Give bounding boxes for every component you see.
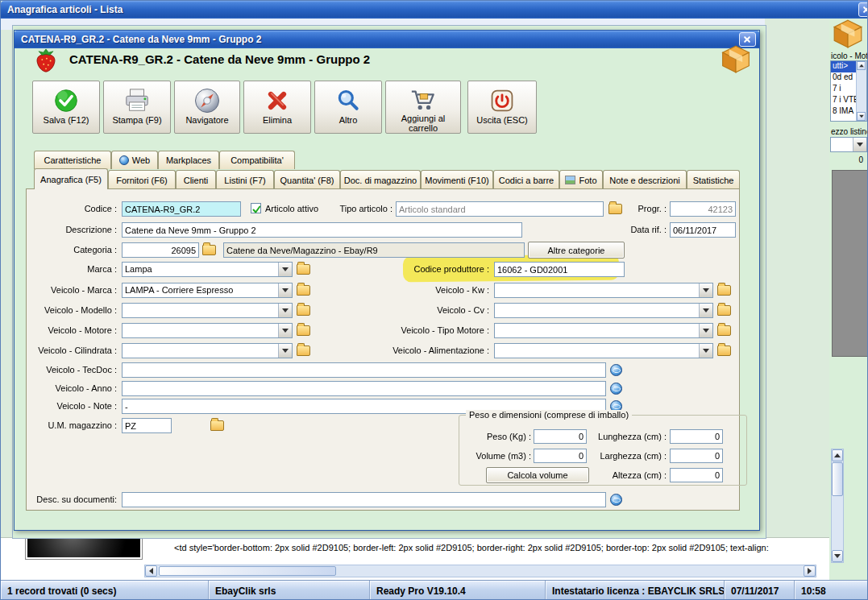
codice-produttore-input[interactable] (494, 262, 625, 277)
tab-anagrafica[interactable]: Anagrafica (F5) (34, 168, 108, 189)
tab-web[interactable]: Web (111, 151, 158, 169)
right-vertical-scrollbar[interactable] (831, 449, 844, 563)
tab-movimenti[interactable]: Movimenti (F10) (421, 170, 493, 189)
globe-icon[interactable] (610, 383, 622, 395)
globe-icon[interactable] (610, 494, 622, 506)
veicolo-cilindrata-dropdown[interactable] (122, 343, 293, 358)
tab-markplaces[interactable]: Markplaces (158, 151, 219, 169)
folder-icon[interactable] (717, 285, 731, 296)
tab-fornitori[interactable]: Fornitori (F6) (108, 170, 176, 189)
exit-button[interactable]: Uscita (ESC) (467, 81, 537, 134)
tab-statistiche[interactable]: Statistiche (687, 170, 740, 189)
folder-icon[interactable] (297, 285, 310, 296)
dropdown-arrow-icon[interactable] (278, 324, 292, 337)
desc-documenti-input[interactable] (122, 492, 606, 507)
altezza-input[interactable] (670, 468, 723, 482)
folder-icon[interactable] (717, 305, 731, 316)
tab-compatibilita[interactable]: Compatibilita' (219, 151, 295, 169)
veicolo-cv-dropdown[interactable] (494, 303, 713, 318)
calcola-volume-button[interactable]: Calcola volume (486, 467, 589, 483)
descrizione-input[interactable] (122, 222, 522, 238)
dialog-titlebar: CATENA-R9_GR.2 - Catene da Neve 9mm - Gr… (15, 31, 759, 48)
tab-foto[interactable]: Foto (559, 170, 603, 189)
scroll-left-icon[interactable] (145, 565, 157, 577)
print-button[interactable]: Stampa (F9) (103, 81, 171, 134)
dropdown-arrow-icon[interactable] (699, 283, 712, 297)
tipo-articolo-input[interactable] (396, 201, 604, 217)
marca-dropdown[interactable]: Lampa (122, 262, 293, 277)
um-magazzino-input[interactable] (122, 418, 172, 433)
scroll-down-icon[interactable] (832, 550, 843, 562)
background-listbox[interactable]: utti> 0d ed 7 i 7 i VTEC 8 IMA (830, 60, 867, 122)
other-button[interactable]: Altro (314, 81, 382, 134)
outer-close-button[interactable] (858, 2, 868, 17)
veicolo-marca-dropdown-value: LAMPA - Corriere Espresso (123, 283, 278, 297)
scrollbar-thumb[interactable] (159, 566, 336, 576)
dropdown-arrow-icon[interactable] (278, 283, 292, 297)
veicolo-tipo-motore-dropdown[interactable] (494, 323, 713, 338)
tab-quantita[interactable]: Quantita' (F8) (274, 170, 340, 189)
folder-icon[interactable] (202, 245, 216, 255)
navigator-button[interactable]: Navigatore (174, 81, 240, 134)
scrollbar-thumb[interactable] (832, 462, 843, 496)
veicolo-modello-dropdown[interactable] (122, 303, 293, 318)
larghezza-label: Larghezza (cm) : (589, 451, 667, 461)
delete-button[interactable]: Elimina (243, 81, 311, 134)
folder-icon[interactable] (297, 305, 310, 316)
scroll-down-icon[interactable] (857, 112, 866, 121)
articolo-attivo-checkbox[interactable] (251, 203, 261, 213)
codice-input[interactable] (122, 201, 241, 217)
background-dropdown[interactable] (830, 137, 867, 152)
dropdown-arrow-icon[interactable] (278, 304, 292, 317)
volume-label: Volume (m3) : (463, 451, 531, 461)
veicolo-alimentazione-dropdown[interactable] (494, 343, 713, 358)
tab-caratteristiche[interactable]: Caratteristiche (34, 151, 111, 169)
folder-icon[interactable] (297, 264, 310, 275)
altre-categorie-button[interactable]: Altre categorie (528, 242, 625, 259)
larghezza-input[interactable] (670, 449, 723, 463)
folder-icon[interactable] (297, 346, 310, 356)
peso-label: Peso (Kg) : (463, 432, 531, 441)
toolbar-button-label: Elimina (263, 115, 292, 125)
tab-label: Anagrafica (F5) (40, 175, 102, 184)
dropdown-arrow-icon[interactable] (699, 344, 712, 358)
tab-codici-barre[interactable]: Codici a barre (493, 170, 559, 189)
folder-icon[interactable] (717, 346, 731, 356)
veicolo-anno-input[interactable] (122, 381, 606, 396)
status-date: 07/11/2017 (725, 581, 795, 600)
peso-input[interactable] (534, 429, 587, 444)
globe-icon[interactable] (610, 364, 622, 376)
dropdown-arrow-icon[interactable] (699, 324, 712, 337)
button-label: Altre categorie (548, 246, 605, 255)
dropdown-arrow-icon[interactable] (278, 263, 292, 276)
folder-icon[interactable] (717, 325, 731, 336)
scroll-right-icon[interactable] (804, 565, 816, 577)
add-to-cart-button[interactable]: Aggiungi al carrello (385, 81, 461, 134)
listbox-scrollbar[interactable] (856, 61, 866, 121)
data-rif-input[interactable] (670, 222, 736, 238)
tab-listini[interactable]: Listini (F7) (216, 170, 274, 189)
strawberry-icon (34, 48, 58, 77)
application-window: Anagrafica articoli - Lista icolo - Moto… (0, 0, 868, 600)
tab-clienti[interactable]: Clienti (176, 170, 216, 189)
veicolo-tecdoc-input[interactable] (122, 362, 606, 378)
veicolo-motore-label: Veicolo - Motore : (27, 325, 117, 335)
veicolo-marca-dropdown[interactable]: LAMPA - Corriere Espresso (122, 283, 293, 298)
folder-icon[interactable] (297, 325, 310, 336)
status-bar: 1 record trovati (0 secs) EbayClik srls … (1, 580, 868, 600)
dropdown-arrow-icon[interactable] (853, 138, 866, 151)
tab-doc-magazzino[interactable]: Doc. di magazzino (340, 170, 421, 189)
dropdown-arrow-icon[interactable] (278, 344, 292, 358)
folder-icon[interactable] (210, 420, 224, 431)
volume-input[interactable] (534, 449, 587, 463)
dropdown-arrow-icon[interactable] (699, 304, 712, 317)
scroll-up-icon[interactable] (857, 61, 866, 70)
scroll-up-icon[interactable] (832, 449, 843, 461)
horizontal-scrollbar[interactable] (144, 565, 816, 577)
lunghezza-input[interactable] (670, 429, 723, 444)
categoria-code-input[interactable] (122, 242, 199, 258)
tab-note-descrizioni[interactable]: Note e descrizioni (603, 170, 687, 189)
veicolo-motore-dropdown[interactable] (122, 323, 293, 338)
veicolo-kw-dropdown[interactable] (494, 283, 713, 298)
save-button[interactable]: Salva (F12) (32, 81, 100, 134)
